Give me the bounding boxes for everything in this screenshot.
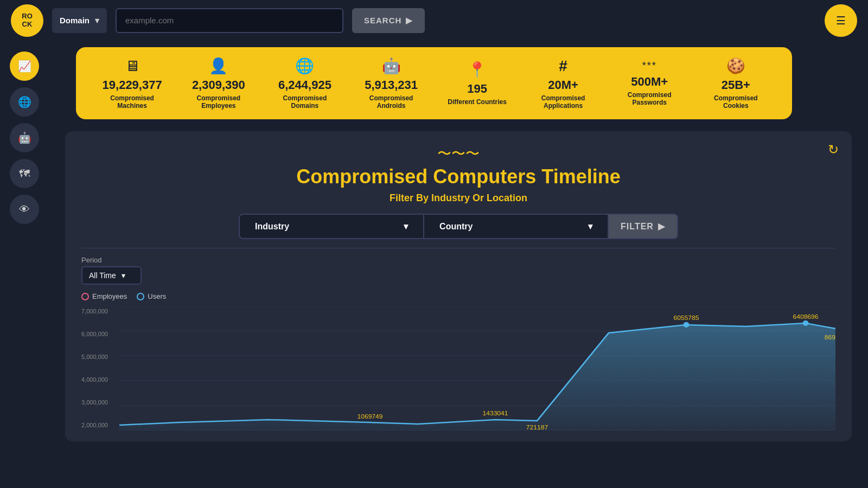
stat-employees-label: Compromised Employees [189, 94, 248, 110]
stats-bar: 🖥 19,229,377 Compromised Machines 👤 2,30… [76, 47, 792, 119]
logo-text: ROCK [22, 12, 33, 28]
chart-area-fill [119, 323, 835, 431]
stat-countries-label: Different Countries [448, 98, 507, 106]
y-label-6m: 6,000,000 [81, 331, 119, 337]
y-label-5m: 5,000,000 [81, 354, 119, 360]
stat-passwords-label: Compromised Passwords [620, 91, 679, 106]
label-1069749: 1069749 [357, 413, 382, 419]
y-label-7m: 7,000,000 [81, 308, 119, 314]
stat-employees-number: 2,309,390 [192, 78, 245, 92]
data-dot-6055785 [684, 322, 690, 328]
stat-passwords: *** 500M+ Compromised Passwords [620, 60, 679, 106]
data-dot-6408696 [803, 320, 809, 326]
monitor-icon: 🖥 [125, 57, 140, 75]
users-dot [137, 293, 144, 300]
cookie-icon: 🍪 [726, 57, 745, 75]
chart-panel: ↻ 〜〜〜 Compromised Computers Timeline Fil… [65, 131, 852, 441]
chart-svg-container: 1069749 1433041 721187 6055785 6408696 8… [119, 306, 835, 431]
label-1433041: 1433041 [482, 410, 508, 416]
password-icon: *** [642, 60, 657, 72]
arrow-icon: ▶ [406, 16, 413, 25]
filter-button[interactable]: FILTER ▶ [608, 214, 678, 239]
filter-label: FILTER [621, 222, 654, 232]
country-label: Country [439, 222, 473, 232]
stat-machines-label: Compromised Machines [103, 94, 162, 110]
legend-employees: Employees [81, 292, 127, 300]
stat-applications-label: Compromised Applications [533, 94, 593, 110]
stat-machines: 🖥 19,229,377 Compromised Machines [103, 57, 162, 110]
refresh-button[interactable]: ↻ [828, 142, 839, 157]
chart-trend-icon: 〜〜〜 [81, 144, 835, 163]
stat-countries: 📍 195 Different Countries [448, 61, 507, 106]
sidebar-item-eye[interactable]: 👁 [10, 195, 39, 224]
y-label-3m: 3,000,000 [81, 399, 119, 406]
y-axis: 7,000,000 6,000,000 5,000,000 4,000,000 … [81, 306, 119, 431]
industry-label: Industry [255, 222, 289, 232]
y-label-2m: 2,000,000 [81, 422, 119, 428]
period-label: Period [81, 256, 835, 264]
search-button[interactable]: SEARCH ▶ [352, 8, 425, 33]
period-value: All Time [89, 271, 116, 280]
industry-dropdown[interactable]: Industry ▾ [239, 214, 423, 239]
stat-countries-number: 195 [467, 82, 487, 96]
label-869055: 869055 [825, 334, 835, 340]
android-sidebar-icon: 🤖 [18, 131, 31, 144]
employees-legend-label: Employees [92, 292, 127, 300]
search-label: SEARCH [364, 16, 401, 25]
stat-domains-number: 6,244,925 [278, 78, 331, 92]
industry-chevron-icon: ▾ [404, 221, 408, 232]
stat-androids-number: 5,913,231 [365, 78, 418, 92]
period-selector[interactable]: All Time ▾ [81, 266, 142, 285]
search-input[interactable] [116, 8, 343, 33]
eye-sidebar-icon: 👁 [19, 203, 30, 216]
sidebar-item-globe[interactable]: 🌐 [10, 87, 39, 117]
employees-dot [81, 293, 89, 300]
sidebar-item-timeline[interactable]: 📈 [10, 52, 39, 81]
sidebar: 📈 🌐 🤖 🗺 👁 [0, 41, 49, 488]
country-dropdown[interactable]: Country ▾ [423, 214, 608, 239]
header: ROCK Domain ▾ SEARCH ▶ ☰ [0, 0, 868, 41]
stat-applications-number: 20M+ [548, 78, 578, 92]
map-sidebar-icon: 🗺 [19, 168, 30, 180]
users-legend-label: Users [148, 292, 166, 300]
domain-selector[interactable]: Domain ▾ [52, 8, 107, 33]
stat-employees: 👤 2,309,390 Compromised Employees [189, 57, 248, 110]
android-icon: 🤖 [382, 57, 401, 75]
trend-icon: 📈 [18, 60, 31, 73]
y-label-4m: 4,000,000 [81, 376, 119, 383]
stat-androids-label: Compromised Androids [361, 94, 421, 110]
filter-row: Industry ▾ Country ▾ FILTER ▶ [81, 214, 835, 239]
hamburger-icon: ☰ [836, 14, 846, 27]
domain-label: Domain [60, 16, 90, 25]
chart-container: 7,000,000 6,000,000 5,000,000 4,000,000 … [81, 306, 835, 431]
person-icon: 👤 [209, 57, 228, 75]
main-content: ↻ 〜〜〜 Compromised Computers Timeline Fil… [49, 126, 868, 452]
filter-arrow-icon: ▶ [658, 221, 665, 232]
label-6055785: 6055785 [673, 314, 699, 320]
country-chevron-icon: ▾ [588, 221, 592, 232]
pin-icon: 📍 [468, 61, 487, 79]
stat-cookies-number: 25B+ [722, 78, 750, 92]
legend-users: Users [137, 292, 166, 300]
logo: ROCK [11, 4, 43, 37]
stat-domains-label: Compromised Domains [275, 94, 335, 110]
stat-cookies: 🍪 25B+ Compromised Cookies [706, 57, 765, 110]
menu-button[interactable]: ☰ [825, 4, 857, 37]
stat-machines-number: 19,229,377 [103, 78, 162, 92]
label-6408696: 6408696 [793, 313, 818, 319]
globe-sidebar-icon: 🌐 [18, 95, 31, 108]
hash-icon: # [559, 57, 567, 75]
sidebar-item-map[interactable]: 🗺 [10, 159, 39, 188]
chevron-down-icon: ▾ [95, 16, 99, 25]
stat-androids: 🤖 5,913,231 Compromised Androids [361, 57, 421, 110]
period-chevron-icon: ▾ [122, 271, 125, 280]
chart-title: Compromised Computers Timeline [81, 165, 835, 188]
sidebar-item-android[interactable]: 🤖 [10, 123, 39, 152]
chart-subtitle: Filter By Industry Or Location [81, 192, 835, 204]
legend: Employees Users [81, 292, 835, 300]
chart-svg: 1069749 1433041 721187 6055785 6408696 8… [119, 306, 835, 431]
stat-cookies-label: Compromised Cookies [706, 94, 765, 110]
divider [81, 248, 835, 248]
stat-domains: 🌐 6,244,925 Compromised Domains [275, 57, 335, 110]
stat-passwords-number: 500M+ [631, 75, 668, 89]
